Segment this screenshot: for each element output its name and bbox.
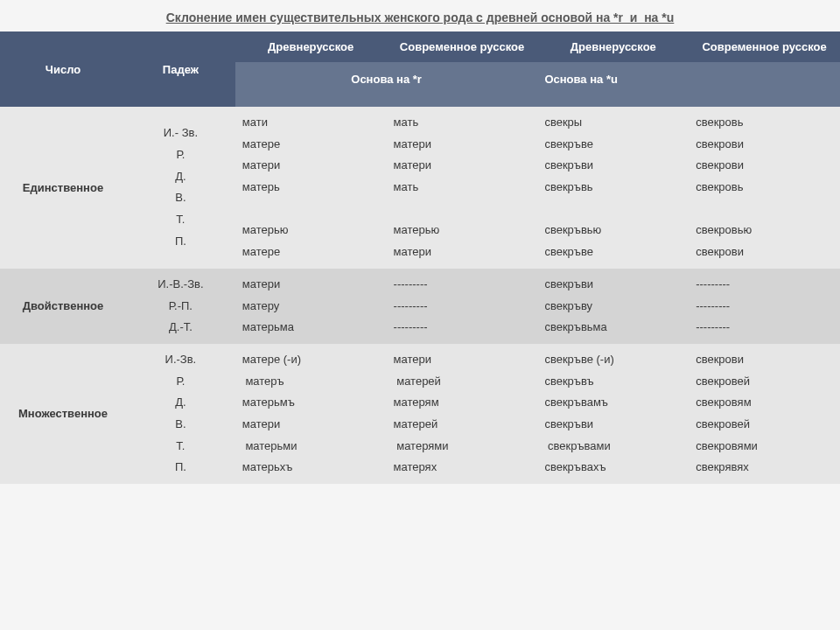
label-singular: Единственное bbox=[0, 107, 126, 269]
sg-old-r: матиматерематериматерь матерьюматере bbox=[235, 107, 387, 269]
du-modern-r: --------------------------- bbox=[387, 269, 538, 344]
label-dual: Двойственное bbox=[0, 269, 126, 344]
th-old-r: Древнерусское bbox=[235, 32, 387, 62]
th-modern-r: Современное русское bbox=[387, 32, 538, 62]
th-stem-u: Основа на *u bbox=[537, 62, 840, 107]
label-plural: Множественное bbox=[0, 344, 126, 484]
du-modern-u: --------------------------- bbox=[689, 269, 840, 344]
pl-old-r: матере (-и) матеръматерьмъматери матерьм… bbox=[235, 344, 387, 484]
th-number: Число bbox=[0, 32, 126, 107]
du-old-r: материматеруматерьма bbox=[235, 269, 387, 344]
pl-modern-u: свекровисвекровейсвекровямсвекровейсвекр… bbox=[689, 344, 840, 484]
cases-plural: И.-Зв.Р.Д.В.Т.П. bbox=[126, 344, 235, 484]
pl-old-u: свекръве (-и)свекръвъсвекръвамъсвекръви … bbox=[537, 344, 689, 484]
sg-modern-u: свекровьсвекровисвекровисвекровь свекров… bbox=[689, 107, 840, 269]
cases-dual: И.-В.-Зв.Р.-П.Д.-Т. bbox=[126, 269, 235, 344]
row-singular: Единственное И.- Зв.Р.Д.В.Т.П. матиматер… bbox=[0, 107, 840, 269]
cases-singular: И.- Зв.Р.Д.В.Т.П. bbox=[126, 107, 235, 269]
sg-old-u: свекрысвекръвесвекръвисвекръвь свекръвью… bbox=[537, 107, 689, 269]
page-title: Склонение имен существительных женского … bbox=[0, 0, 840, 32]
th-stem-r: Основа на *r bbox=[235, 62, 538, 107]
th-old-u: Древнерусское bbox=[537, 32, 689, 62]
declension-table: Число Падеж Древнерусское Современное ру… bbox=[0, 32, 840, 484]
th-modern-u: Современное русское bbox=[689, 32, 840, 62]
pl-modern-r: матери матерейматерямматерей матерямимат… bbox=[387, 344, 538, 484]
th-case: Падеж bbox=[126, 32, 235, 107]
row-dual: Двойственное И.-В.-Зв.Р.-П.Д.-Т. материм… bbox=[0, 269, 840, 344]
row-plural: Множественное И.-Зв.Р.Д.В.Т.П. матере (-… bbox=[0, 344, 840, 484]
sg-modern-r: матьматериматеримать матерьюматери bbox=[387, 107, 538, 269]
du-old-u: свекръвисвекръвусвекръвьма bbox=[537, 269, 689, 344]
